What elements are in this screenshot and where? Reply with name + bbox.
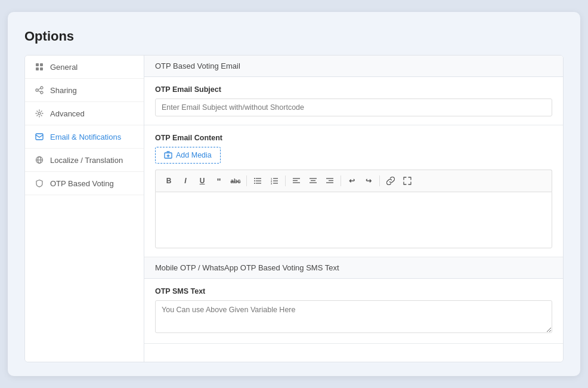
svg-point-4 bbox=[41, 87, 43, 89]
ol-button[interactable]: 123 bbox=[267, 174, 281, 188]
email-subject-label: OTP Email Subject bbox=[155, 85, 552, 94]
sidebar-item-otp-voting[interactable]: OTP Based Voting bbox=[25, 172, 144, 195]
svg-point-9 bbox=[38, 112, 41, 115]
email-subject-input[interactable] bbox=[155, 98, 552, 116]
strikethrough-button[interactable]: abc bbox=[228, 174, 243, 188]
svg-rect-0 bbox=[36, 63, 39, 66]
sidebar-general-label: General bbox=[50, 63, 78, 72]
field-group-email-subject: OTP Email Subject bbox=[144, 77, 563, 125]
align-center-button[interactable] bbox=[306, 174, 320, 188]
bold-button[interactable]: B bbox=[162, 174, 176, 188]
undo-button[interactable]: ↩ bbox=[345, 174, 359, 188]
blockquote-button[interactable]: " bbox=[212, 174, 226, 188]
toolbar-separator-3 bbox=[341, 175, 341, 186]
add-media-button[interactable]: Add Media bbox=[155, 147, 221, 164]
sidebar-email-label: Email & Notifications bbox=[50, 133, 121, 141]
sidebar-item-general[interactable]: General bbox=[25, 56, 144, 79]
underline-button[interactable]: U bbox=[195, 174, 209, 188]
envelope-icon bbox=[35, 132, 44, 141]
section-header-sms: Mobile OTP / WhatsApp OTP Based Voting S… bbox=[144, 257, 563, 279]
sidebar-otp-label: OTP Based Voting bbox=[50, 179, 114, 188]
italic-button[interactable]: I bbox=[178, 174, 193, 188]
toolbar-separator-2 bbox=[285, 175, 286, 186]
sidebar-item-advanced[interactable]: Advanced bbox=[25, 102, 144, 125]
sidebar-sharing-label: Sharing bbox=[50, 86, 77, 95]
svg-line-7 bbox=[38, 88, 41, 90]
svg-text:3: 3 bbox=[271, 182, 273, 185]
editor-toolbar: B I U " abc 123 bbox=[155, 170, 552, 192]
svg-point-19 bbox=[254, 180, 255, 181]
content-area: General Sharing bbox=[24, 55, 564, 362]
svg-point-5 bbox=[36, 89, 38, 91]
svg-point-20 bbox=[254, 183, 255, 184]
fullscreen-button[interactable] bbox=[400, 174, 414, 188]
page-title: Options bbox=[24, 29, 564, 44]
svg-line-8 bbox=[38, 91, 41, 92]
svg-rect-10 bbox=[36, 134, 43, 140]
svg-rect-3 bbox=[40, 67, 43, 70]
toolbar-separator-4 bbox=[379, 175, 380, 186]
link-button[interactable] bbox=[383, 174, 398, 188]
sidebar: General Sharing bbox=[25, 56, 144, 362]
svg-rect-2 bbox=[36, 67, 39, 70]
sidebar-item-email-notifications[interactable]: Email & Notifications bbox=[25, 125, 144, 149]
sidebar-localize-label: Localize / Translation bbox=[50, 156, 123, 165]
email-content-label: OTP Email Content bbox=[155, 134, 552, 142]
shield-icon bbox=[35, 178, 44, 188]
add-media-icon bbox=[164, 151, 172, 159]
svg-point-18 bbox=[254, 178, 255, 179]
outer-card: Options General bbox=[8, 12, 580, 376]
gear-icon bbox=[35, 109, 44, 118]
toolbar-separator-1 bbox=[246, 175, 247, 186]
align-right-button[interactable] bbox=[323, 174, 337, 188]
add-media-label: Add Media bbox=[176, 151, 212, 159]
align-left-button[interactable] bbox=[289, 174, 304, 188]
globe-icon bbox=[35, 155, 44, 165]
redo-button[interactable]: ↪ bbox=[361, 174, 376, 188]
sms-text-label: OTP SMS Text bbox=[155, 287, 552, 295]
grid-icon bbox=[35, 62, 44, 72]
sms-text-input[interactable] bbox=[155, 300, 552, 333]
ul-button[interactable] bbox=[250, 174, 265, 188]
field-group-email-content: OTP Email Content Add Media B I U " abc bbox=[144, 125, 563, 257]
field-group-sms-text: OTP SMS Text bbox=[144, 279, 563, 344]
main-content: OTP Based Voting Email OTP Email Subject… bbox=[144, 56, 563, 362]
sidebar-item-localize[interactable]: Localize / Translation bbox=[25, 149, 144, 172]
svg-rect-1 bbox=[40, 63, 43, 66]
svg-point-6 bbox=[41, 91, 43, 94]
share-icon bbox=[35, 85, 44, 95]
email-content-editor[interactable] bbox=[155, 192, 552, 248]
sidebar-item-sharing[interactable]: Sharing bbox=[25, 79, 144, 102]
sidebar-advanced-label: Advanced bbox=[50, 109, 85, 118]
section-header-otp-email: OTP Based Voting Email bbox=[144, 56, 563, 77]
